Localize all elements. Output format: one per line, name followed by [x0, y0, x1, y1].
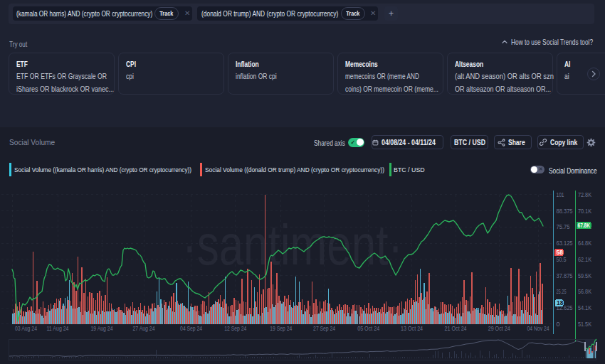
svg-text:51.5K: 51.5K — [578, 321, 591, 328]
svg-text:75.75: 75.75 — [557, 223, 570, 230]
svg-text:13 Oct 24: 13 Oct 24 — [401, 325, 423, 332]
svg-text:04 Nov 24: 04 Nov 24 — [527, 325, 549, 332]
svg-text:19 Sep 24: 19 Sep 24 — [270, 325, 292, 332]
svg-text:·santiment·: ·santiment· — [182, 213, 403, 277]
svg-text:62.1K: 62.1K — [578, 256, 591, 263]
svg-text:05 Oct 24: 05 Oct 24 — [357, 325, 379, 332]
svg-text:27 Sep 24: 27 Sep 24 — [313, 325, 335, 332]
svg-text:0: 0 — [557, 321, 560, 328]
svg-text:03 Aug 24: 03 Aug 24 — [15, 325, 37, 332]
svg-text:63.125: 63.125 — [557, 240, 573, 247]
svg-text:12 Sep 24: 12 Sep 24 — [224, 325, 246, 332]
svg-text:19 Aug 24: 19 Aug 24 — [91, 325, 113, 332]
svg-text:101: 101 — [557, 191, 564, 198]
svg-text:29 Oct 24: 29 Oct 24 — [488, 325, 510, 332]
svg-text:21 Oct 24: 21 Oct 24 — [445, 325, 467, 332]
svg-text:58: 58 — [557, 249, 564, 256]
svg-text:88.375: 88.375 — [557, 208, 573, 215]
svg-text:27 Aug 24: 27 Aug 24 — [133, 325, 155, 332]
svg-text:67.8K: 67.8K — [578, 222, 591, 229]
svg-text:18: 18 — [557, 299, 564, 306]
svg-text:59.5K: 59.5K — [578, 272, 591, 279]
svg-text:37.875: 37.875 — [557, 272, 573, 279]
svg-text:72.8K: 72.8K — [578, 191, 591, 198]
svg-text:56.8K: 56.8K — [578, 288, 591, 295]
svg-text:54.1K: 54.1K — [578, 304, 591, 311]
svg-text:64.8K: 64.8K — [578, 240, 591, 247]
svg-text:04 Sep 24: 04 Sep 24 — [180, 325, 202, 332]
svg-text:11 Aug 24: 11 Aug 24 — [47, 325, 69, 332]
svg-text:70.1K: 70.1K — [578, 208, 591, 215]
svg-text:25.25: 25.25 — [557, 288, 567, 295]
svg-text:50.5: 50.5 — [557, 256, 567, 263]
